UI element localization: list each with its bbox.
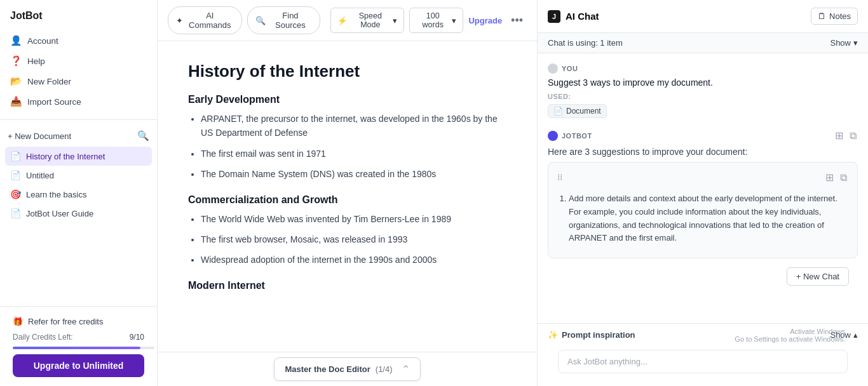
sidebar-doc-learn-basics[interactable]: 🎯 Learn the basics (5, 185, 152, 204)
search-docs-button[interactable]: 🔍 (137, 130, 149, 142)
show-up-label: Show (830, 330, 851, 340)
notes-button[interactable]: 🗒 Notes (811, 8, 858, 25)
master-tip-close-icon[interactable]: ⌃ (402, 363, 410, 375)
sidebar-divider (0, 119, 157, 120)
show-up-chevron-icon: ▴ (853, 330, 858, 340)
doc-icon-history: 📄 (10, 151, 21, 161)
new-document-button[interactable]: + New Document (8, 131, 71, 141)
new-document-label: + New Document (8, 131, 71, 141)
section-heading-early: Early Development (188, 94, 506, 105)
notes-icon: 🗒 (818, 11, 826, 21)
credits-progress-track (13, 347, 154, 349)
jotbot-dot-icon (548, 131, 558, 141)
sidebar-doc-jotbot-guide[interactable]: 📄 JotBot User Guide (5, 204, 152, 223)
prompt-insp-header: ✨ Prompt inspiration Show ▴ (548, 330, 858, 340)
doc-badge-label: Document (566, 107, 601, 116)
sidebar-item-import-source-label: Import Source (27, 97, 81, 107)
editor-toolbar: ✦ AI Commands 🔍 Find Sources ⚡ Speed Mod… (158, 0, 537, 41)
sidebar-item-new-folder-label: New Folder (27, 77, 71, 86)
suggestions-list: Add more details and context about the e… (557, 192, 848, 245)
refer-credits-item[interactable]: 🎁 Refer for free credits (8, 313, 149, 330)
daily-credits-label: Daily Credits Left: (13, 333, 73, 342)
list-item: ARPANET, the precursor to the internet, … (201, 112, 506, 140)
jotbot-left: JOTBOT (548, 131, 592, 141)
folder-icon: 📂 (10, 76, 22, 87)
sidebar-item-new-folder[interactable]: 📂 New Folder (5, 71, 152, 91)
show-label: Show (830, 38, 851, 48)
chat-input[interactable] (558, 350, 848, 373)
docs-header: + New Document 🔍 (0, 125, 157, 147)
chat-title-label: AI Chat (566, 11, 599, 22)
words-count-button[interactable]: 100 words ▾ (409, 8, 463, 33)
show-items-button[interactable]: Show ▾ (830, 38, 858, 48)
upgrade-link-button[interactable]: Upgrade (468, 16, 502, 25)
you-label: YOU (562, 65, 578, 72)
find-sources-button[interactable]: 🔍 Find Sources (247, 6, 321, 34)
drag-handle-icon: ⁞⁞ (557, 170, 562, 184)
copy-response-button[interactable]: ⊞ (834, 128, 844, 143)
copy-card-button[interactable]: ⊞ (824, 170, 835, 185)
prompt-insp-icon: ✨ (548, 330, 558, 340)
master-tip-label: Master the Doc Editor (285, 364, 370, 374)
doc-icon-jotbot-guide: 📄 (10, 208, 21, 218)
app-logo: JotBot (0, 0, 157, 28)
jotbot-label: JOTBOT (562, 132, 592, 140)
new-chat-button[interactable]: + New Chat (787, 267, 849, 286)
sidebar-item-help-label: Help (27, 57, 45, 66)
ai-commands-label: AI Commands (186, 11, 234, 30)
document-list: 📄 History of the Internet 📄 Untitled 🎯 L… (0, 147, 157, 306)
section-heading-commercialization: Commercialization and Growth (188, 194, 506, 206)
credits-progress-fill (13, 347, 140, 349)
find-sources-label: Find Sources (269, 11, 313, 30)
doc-icon-untitled: 📄 (10, 170, 21, 180)
insert-card-button[interactable]: ⧉ (839, 170, 848, 185)
new-chat-row: + New Chat (548, 263, 858, 288)
ai-commands-button[interactable]: ✦ AI Commands (168, 6, 242, 34)
jotbot-label-row: JOTBOT ⊞ ⧉ (548, 128, 858, 143)
list-item: The World Wide Web was invented by Tim B… (201, 212, 506, 226)
suggestions-card-actions: ⊞ ⧉ (824, 170, 848, 185)
user-message-text: Suggest 3 ways to improve my document. (548, 77, 858, 88)
more-options-button[interactable]: ••• (507, 13, 527, 29)
chat-using-bar: Chat is using: 1 item Show ▾ (538, 33, 868, 53)
daily-credits-display: Daily Credits Left: 9/10 (8, 330, 149, 344)
section-commercialization-list: The World Wide Web was invented by Tim B… (201, 212, 506, 267)
speed-mode-chevron: ▾ (393, 16, 397, 25)
doc-badge: 📄 Document (548, 104, 607, 118)
words-chevron: ▾ (452, 16, 456, 25)
sidebar-item-account[interactable]: 👤 Account (5, 30, 152, 51)
chat-title: J AI Chat (548, 10, 599, 23)
ai-commands-icon: ✦ (176, 16, 183, 25)
sidebar-item-help[interactable]: ❓ Help (5, 51, 152, 71)
chat-messages: YOU Suggest 3 ways to improve my documen… (538, 53, 868, 323)
fork-response-button[interactable]: ⧉ (848, 128, 858, 143)
sidebar-item-account-label: Account (27, 36, 58, 46)
daily-credits-value: 9/10 (130, 333, 144, 342)
chat-header: J AI Chat 🗒 Notes (538, 0, 868, 33)
section-heading-modern: Modern Internet (188, 280, 506, 291)
show-prompt-insp-button[interactable]: Show ▴ (830, 330, 858, 340)
speed-mode-button[interactable]: ⚡ Speed Mode ▾ (330, 8, 404, 33)
help-icon: ❓ (10, 55, 22, 67)
sidebar-doc-jotbot-guide-label: JotBot User Guide (26, 209, 93, 218)
master-tip-bar[interactable]: Master the Doc Editor (1/4) ⌃ (274, 357, 420, 381)
document-title: History of the Internet (188, 62, 506, 81)
editor-content[interactable]: History of the Internet Early Developmen… (158, 41, 537, 352)
suggestions-card: ⁞⁞ ⊞ ⧉ Add more details and context abou… (548, 162, 858, 258)
sidebar-footer: 🎁 Refer for free credits Daily Credits L… (0, 306, 157, 386)
chat-ai-icon: J (548, 10, 560, 23)
account-icon: 👤 (10, 35, 22, 46)
sidebar-nav: 👤 Account ❓ Help 📂 New Folder 📥 Import S… (0, 28, 157, 114)
sidebar-doc-history[interactable]: 📄 History of the Internet (5, 147, 152, 166)
prompt-insp-label: Prompt inspiration (562, 330, 635, 340)
used-label: USED: (548, 93, 858, 100)
upgrade-to-unlimited-button[interactable]: Upgrade to Unlimited (13, 354, 144, 377)
show-chevron-icon: ▾ (853, 38, 858, 48)
chat-panel: J AI Chat 🗒 Notes Chat is using: 1 item … (538, 0, 868, 386)
speed-mode-label: Speed Mode (350, 11, 390, 29)
list-item: The first email was sent in 1971 (201, 147, 506, 161)
sidebar-doc-untitled[interactable]: 📄 Untitled (5, 166, 152, 185)
sidebar-item-import-source[interactable]: 📥 Import Source (5, 91, 152, 112)
sidebar: JotBot 👤 Account ❓ Help 📂 New Folder 📥 I… (0, 0, 158, 386)
doc-badge-icon: 📄 (553, 107, 563, 116)
